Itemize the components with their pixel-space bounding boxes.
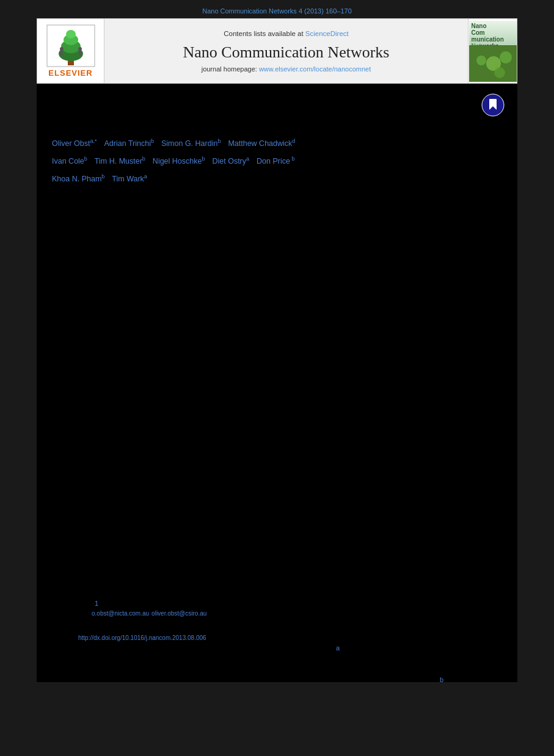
- homepage-url-link[interactable]: www.elsevier.com/locate/nanocomnet: [259, 65, 371, 73]
- journal-title: Nano Communication Networks: [183, 43, 390, 62]
- citation-text[interactable]: Nano Communication Networks 4 (2013) 160…: [202, 7, 352, 15]
- svg-point-6: [60, 47, 64, 51]
- journal-cover-image: NanoCommunicationNetworks: [469, 21, 517, 82]
- svg-point-8: [78, 47, 82, 51]
- journal-cover-box: NanoCommunicationNetworks: [468, 19, 517, 83]
- cover-bottom: [469, 45, 517, 82]
- main-content: Wireless sensor networks for the Interne…: [37, 84, 517, 682]
- contents-available-line: Contents lists available at ScienceDirec…: [224, 30, 349, 37]
- doi-section: http://dx.doi.org/10.1016/j.nancom.2013.…: [78, 631, 206, 642]
- bookmark-icon[interactable]: [481, 93, 505, 117]
- footnote-1: 1: [95, 600, 98, 607]
- page: Nano Communication Networks 4 (2013) 160…: [0, 0, 554, 756]
- author-wark[interactable]: Tim Warka: [112, 175, 147, 183]
- author-price[interactable]: Don Price b: [257, 157, 294, 165]
- elsevier-logo-box: ELSEVIER: [37, 19, 104, 83]
- svg-rect-9: [79, 51, 81, 56]
- authors-line-2: Ivan Coleb Tim H. Musterb Nigel Hoschkeb…: [52, 152, 502, 169]
- svg-rect-7: [60, 51, 63, 56]
- author-hardin[interactable]: Simon G. Hardinb: [161, 139, 221, 148]
- article-title-section: Wireless sensor networks for the Interne…: [52, 114, 502, 127]
- homepage-label: journal homepage:: [202, 65, 259, 73]
- author-chadwick[interactable]: Matthew Chadwickd: [228, 139, 295, 148]
- author-hoschke[interactable]: Nigel Hoschkeb: [153, 157, 205, 165]
- email-section: o.obst@nicta.com.au oliver.obst@csiro.au: [92, 607, 206, 618]
- homepage-line: journal homepage: www.elsevier.com/locat…: [202, 65, 371, 73]
- author-cole[interactable]: Ivan Coleb: [52, 157, 87, 165]
- authors-line-3: Khoa N. Phamb Tim Warka: [52, 170, 502, 186]
- author-trinchi[interactable]: Adrian Trinchib: [104, 139, 154, 148]
- doi-link[interactable]: http://dx.doi.org/10.1016/j.nancom.2013.…: [78, 634, 206, 641]
- svg-point-14: [500, 51, 512, 64]
- author-obst[interactable]: Oliver Obsta,*: [52, 139, 97, 148]
- email-link-1[interactable]: o.obst@nicta.com.au: [92, 610, 149, 617]
- body-text-area: Abstract text content hidden behind dark…: [52, 196, 502, 205]
- elsevier-label: ELSEVIER: [48, 68, 92, 78]
- sciencedirect-link[interactable]: ScienceDirect: [305, 30, 349, 37]
- email-link-2[interactable]: oliver.obst@csiro.au: [151, 610, 206, 617]
- footnote-b: b: [440, 676, 443, 683]
- author-pham[interactable]: Khoa N. Phamb: [52, 175, 104, 183]
- elsevier-tree-icon: [46, 24, 95, 67]
- top-bar: Nano Communication Networks 4 (2013) 160…: [0, 0, 554, 18]
- header-center: Contents lists available at ScienceDirec…: [104, 19, 468, 83]
- author-ostry[interactable]: Diet Ostrya: [212, 157, 249, 165]
- footnote-a: a: [336, 644, 340, 652]
- cover-top: NanoCommunicationNetworks: [469, 21, 517, 45]
- svg-point-15: [494, 67, 505, 78]
- journal-header: ELSEVIER Contents lists available at Sci…: [37, 18, 517, 84]
- svg-point-12: [476, 56, 486, 65]
- svg-point-5: [66, 30, 76, 38]
- authors-section: Oliver Obsta,* Adrian Trinchib Simon G. …: [52, 134, 502, 187]
- authors-line-1: Oliver Obsta,* Adrian Trinchib Simon G. …: [52, 134, 502, 151]
- author-muster[interactable]: Tim H. Musterb: [95, 157, 145, 165]
- contents-text: Contents lists available at: [224, 30, 305, 37]
